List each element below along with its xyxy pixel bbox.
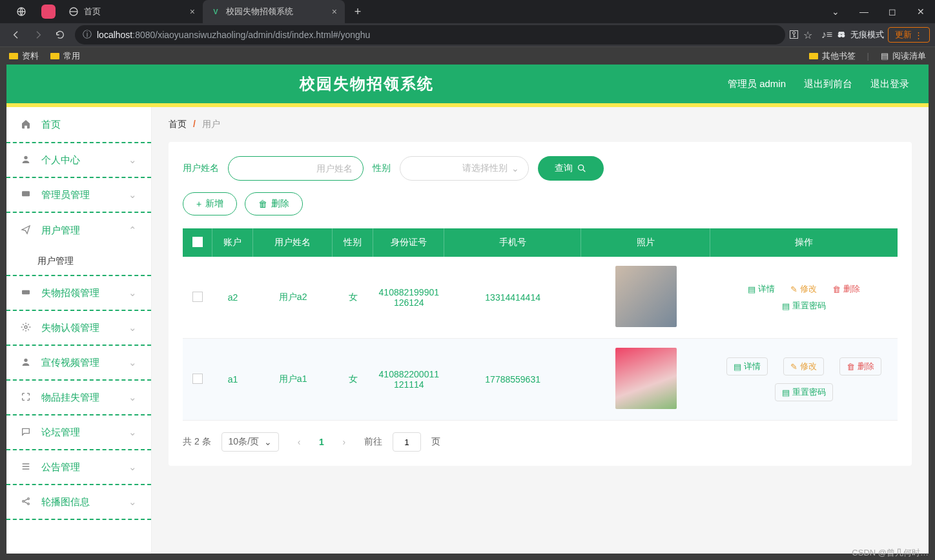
tab-app[interactable]: V 校园失物招领系统 ×	[203, 0, 345, 23]
user-photo[interactable]	[615, 348, 677, 409]
chevron-down-icon: ⌄	[128, 287, 137, 299]
cell-ops: ▤ 详情 ✎ 修改 🗑 删除 ▤ 重置密码	[710, 257, 898, 339]
detail-button[interactable]: ▤ 详情	[726, 357, 768, 375]
current-page[interactable]: 1	[319, 437, 324, 447]
delete-label: 删除	[271, 198, 289, 210]
reset-pwd-button[interactable]: ▤ 重置密码	[782, 300, 826, 312]
add-button[interactable]: +新增	[183, 192, 237, 215]
cell-idcard: 410882199901126124	[373, 257, 444, 339]
prev-page-button[interactable]: ‹	[289, 432, 309, 452]
svg-point-11	[28, 503, 30, 505]
close-icon[interactable]: ×	[332, 6, 337, 17]
sidebar-item-claim[interactable]: 失物认领管理 ⌄	[6, 311, 151, 346]
logout-link[interactable]: 退出登录	[870, 78, 909, 90]
jump-input[interactable]	[393, 432, 421, 452]
exit-front-link[interactable]: 退出到前台	[804, 78, 852, 90]
update-label: 更新	[895, 29, 912, 41]
menu-label: 宣传视频管理	[41, 357, 128, 369]
menu-label: 公告管理	[41, 461, 128, 474]
sidebar-item-profile[interactable]: 个人中心 ⌄	[6, 143, 151, 178]
cell-name: 用户a2	[253, 257, 333, 339]
op-label: 删除	[858, 361, 874, 372]
user-icon	[21, 357, 35, 369]
gender-select[interactable]: 请选择性别 ⌄	[400, 156, 529, 181]
sidebar-item-carousel[interactable]: 轮播图信息 ⌄	[6, 485, 151, 520]
sidebar-item-lost[interactable]: 物品挂失管理 ⌄	[6, 381, 151, 415]
bm-label: 资料	[22, 50, 39, 62]
bm-label: 阅读清单	[892, 50, 926, 62]
frame-icon	[21, 392, 35, 404]
svg-point-4	[24, 155, 27, 159]
key-icon[interactable]: ⚿	[789, 29, 799, 41]
edit-button[interactable]: ✎ 修改	[783, 357, 824, 375]
reading-list[interactable]: ▤阅读清单	[881, 50, 926, 62]
chevron-down-icon[interactable]: ⌄	[821, 6, 850, 17]
tab-home[interactable]: 首页 ×	[61, 0, 203, 23]
cell-gender: 女	[333, 339, 373, 421]
sidebar-item-users[interactable]: 用户管理 ⌃	[6, 213, 151, 248]
filter-row: 用户姓名 性别 请选择性别 ⌄ 查询	[183, 156, 898, 181]
trash-icon: 🗑	[258, 199, 267, 209]
pagination: 共 2 条 10条/页⌄ ‹ 1 › 前往 页	[183, 432, 898, 452]
svg-point-9	[23, 500, 25, 502]
page-title: 校园失物招领系统	[6, 74, 728, 94]
admin-badge[interactable]: 管理员 admin	[728, 78, 786, 90]
breadcrumb-home[interactable]: 首页	[169, 119, 187, 129]
chevron-down-icon: ⌄	[128, 426, 137, 438]
maximize-icon[interactable]: ◻	[878, 6, 907, 17]
bookmark-folder[interactable]: 资料	[9, 50, 39, 62]
filter-gender-label: 性别	[373, 163, 391, 174]
page-size-select[interactable]: 10条/页⌄	[221, 432, 279, 452]
svg-point-12	[579, 165, 584, 170]
cell-phone: 13314414414	[444, 257, 581, 339]
other-bookmarks[interactable]: 其他书签	[809, 50, 856, 62]
chevron-down-icon: ⌄	[128, 392, 137, 403]
sidebar-item-video[interactable]: 宣传视频管理 ⌄	[6, 346, 151, 381]
forward-button[interactable]	[27, 24, 49, 46]
reset-pwd-button[interactable]: ▤ 重置密码	[775, 383, 833, 401]
tab-label: 首页	[84, 6, 101, 17]
search-button[interactable]: 查询	[538, 156, 604, 181]
sidebar-item-lost-found[interactable]: 失物招领管理 ⌄	[6, 276, 151, 311]
row-delete-button[interactable]: 🗑 删除	[832, 283, 860, 295]
tab-label: 校园失物招领系统	[226, 6, 293, 17]
plus-icon: +	[196, 199, 201, 209]
sidebar-item-forum[interactable]: 论坛管理 ⌄	[6, 415, 151, 450]
app-icon	[41, 5, 56, 19]
cell-phone: 17788559631	[444, 339, 581, 421]
sidebar-subitem-users[interactable]: 用户管理	[6, 248, 151, 276]
bm-label: 其他书签	[822, 50, 856, 62]
jump-label: 前往	[364, 436, 382, 448]
row-checkbox[interactable]	[192, 292, 203, 302]
minimize-icon[interactable]: —	[850, 6, 878, 17]
sidebar-item-home[interactable]: 首页	[6, 107, 151, 142]
user-photo[interactable]	[615, 266, 677, 327]
detail-button[interactable]: ▤ 详情	[748, 283, 775, 295]
update-button[interactable]: 更新⋮	[888, 27, 930, 43]
row-delete-button[interactable]: 🗑 删除	[839, 357, 881, 375]
col-name: 用户姓名	[253, 228, 333, 257]
window-controls: ⌄ — ◻ ✕	[821, 0, 935, 23]
close-icon[interactable]: ×	[190, 6, 195, 17]
url-bar[interactable]: ⓘ localhost:8080/xiaoyuansiwuzhaoling/ad…	[75, 25, 785, 45]
name-input[interactable]	[228, 156, 364, 181]
menu-label: 物品挂失管理	[41, 392, 128, 404]
delete-button[interactable]: 🗑删除	[245, 192, 303, 215]
star-icon[interactable]: ☆	[803, 29, 812, 41]
reload-button[interactable]	[49, 24, 71, 46]
close-window-icon[interactable]: ✕	[907, 6, 935, 17]
next-page-button[interactable]: ›	[334, 432, 354, 452]
back-button[interactable]	[5, 24, 27, 46]
breadcrumb-sep: /	[193, 119, 196, 129]
sidebar-item-notice[interactable]: 公告管理 ⌄	[6, 450, 151, 485]
audio-icon[interactable]: ♪≡	[821, 29, 832, 41]
row-checkbox[interactable]	[192, 374, 203, 384]
chevron-down-icon: ⌄	[128, 357, 137, 368]
edit-button[interactable]: ✎ 修改	[790, 283, 817, 295]
new-tab-button[interactable]: +	[349, 3, 367, 21]
chevron-down-icon: ⌄	[128, 189, 137, 201]
select-all-checkbox[interactable]	[192, 237, 203, 247]
table-row: a1 用户a1 女 410882200011121114 17788559631…	[183, 339, 898, 421]
sidebar-item-admin[interactable]: 管理员管理 ⌄	[6, 178, 151, 213]
bookmark-folder[interactable]: 常用	[50, 50, 80, 62]
